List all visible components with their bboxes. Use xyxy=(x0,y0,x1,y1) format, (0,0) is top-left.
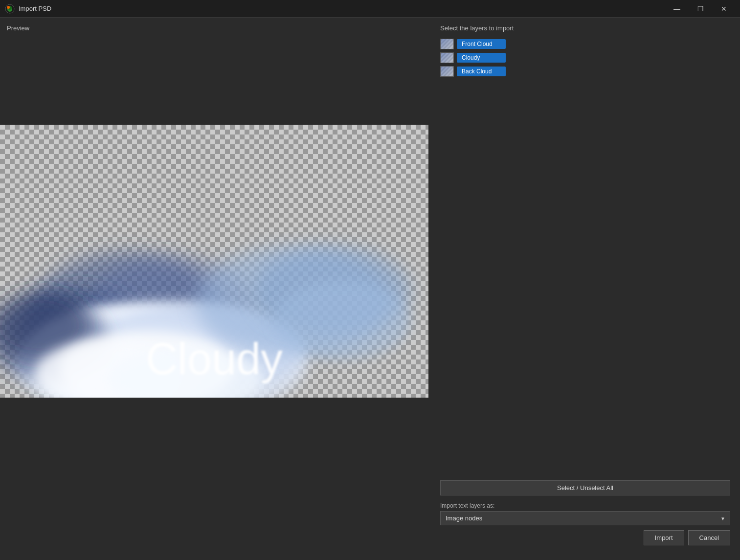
import-text-select-wrapper[interactable]: Image nodes xyxy=(440,511,730,525)
right-panel: Select the layers to import Front Cloud … xyxy=(430,18,740,560)
layer-item-front-cloud[interactable]: Front Cloud xyxy=(440,39,730,49)
title-bar: Import PSD — ❐ ✕ xyxy=(0,0,740,18)
layer-thumb-cloudy xyxy=(440,52,454,63)
svg-point-3 xyxy=(7,6,10,9)
layer-item-back-cloud[interactable]: Back Cloud xyxy=(440,66,730,77)
cancel-button[interactable]: Cancel xyxy=(688,530,730,545)
window-title: Import PSD xyxy=(19,5,666,12)
svg-point-13 xyxy=(274,281,411,359)
import-text-label: Import text layers as: xyxy=(440,502,730,509)
layer-thumb-front-cloud xyxy=(440,39,454,49)
import-text-select[interactable]: Image nodes xyxy=(440,511,730,525)
main-container: Preview xyxy=(0,18,740,560)
maximize-button[interactable]: ❐ xyxy=(689,1,712,17)
app-icon xyxy=(5,4,15,14)
layers-list: Front Cloud Cloudy Back Cloud xyxy=(440,39,730,77)
layer-thumb-back-cloud xyxy=(440,66,454,77)
preview-area: Preview xyxy=(0,18,430,560)
cloud-svg: Cloudy xyxy=(0,125,428,398)
bottom-controls: Select / Unselect All Import text layers… xyxy=(430,480,740,545)
layer-button-back-cloud[interactable]: Back Cloud xyxy=(457,67,506,76)
select-unselect-all-button[interactable]: Select / Unselect All xyxy=(440,480,730,495)
minimize-button[interactable]: — xyxy=(666,1,688,17)
preview-label: Preview xyxy=(0,24,430,32)
preview-canvas: Cloudy xyxy=(0,125,428,398)
layer-button-cloudy[interactable]: Cloudy xyxy=(457,53,506,63)
preview-canvas-wrapper: Cloudy xyxy=(0,37,430,560)
import-button[interactable]: Import xyxy=(644,530,684,545)
svg-text:Cloudy: Cloudy xyxy=(146,335,283,383)
action-buttons: Import Cancel xyxy=(440,530,730,545)
layer-button-front-cloud[interactable]: Front Cloud xyxy=(457,39,506,49)
import-text-row: Import text layers as: Image nodes xyxy=(440,502,730,525)
close-button[interactable]: ✕ xyxy=(713,1,735,17)
cloud-overlay: Cloudy xyxy=(0,125,428,398)
window-controls: — ❐ ✕ xyxy=(666,1,735,17)
select-layers-label: Select the layers to import xyxy=(440,24,730,32)
layer-item-cloudy[interactable]: Cloudy xyxy=(440,52,730,63)
